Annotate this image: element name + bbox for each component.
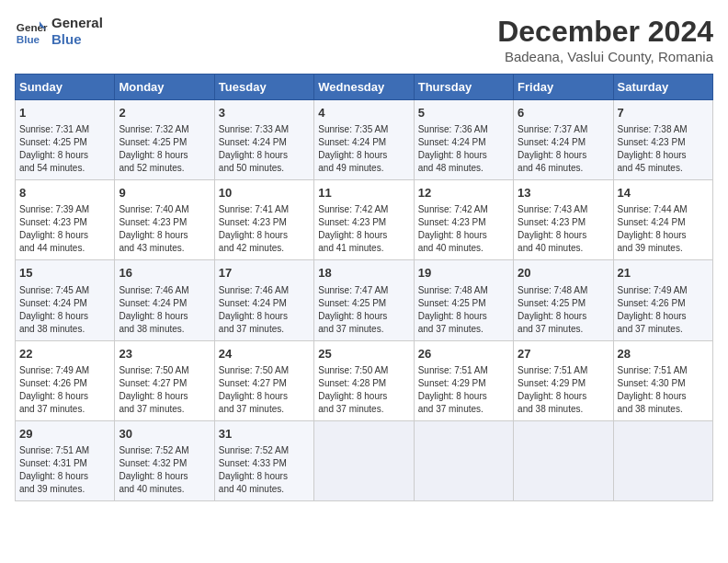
calendar-cell: 4Sunrise: 7:35 AMSunset: 4:24 PMDaylight… bbox=[314, 100, 414, 180]
day-number: 13 bbox=[518, 185, 609, 201]
calendar-cell: 15Sunrise: 7:45 AMSunset: 4:24 PMDayligh… bbox=[16, 260, 115, 340]
calendar-cell: 14Sunrise: 7:44 AMSunset: 4:24 PMDayligh… bbox=[613, 180, 712, 260]
calendar-cell: 6Sunrise: 7:37 AMSunset: 4:24 PMDaylight… bbox=[514, 100, 613, 180]
day-detail: Sunrise: 7:36 AMSunset: 4:24 PMDaylight:… bbox=[418, 123, 509, 175]
day-number: 31 bbox=[219, 426, 310, 442]
day-number: 9 bbox=[119, 185, 210, 201]
day-number: 2 bbox=[119, 105, 210, 121]
calendar-cell: 21Sunrise: 7:49 AMSunset: 4:26 PMDayligh… bbox=[613, 260, 712, 340]
calendar-cell: 11Sunrise: 7:42 AMSunset: 4:23 PMDayligh… bbox=[314, 180, 414, 260]
day-number: 27 bbox=[518, 346, 609, 362]
calendar-cell: 17Sunrise: 7:46 AMSunset: 4:24 PMDayligh… bbox=[214, 260, 313, 340]
calendar-cell: 25Sunrise: 7:50 AMSunset: 4:28 PMDayligh… bbox=[314, 340, 414, 420]
calendar-week-row: 22Sunrise: 7:49 AMSunset: 4:26 PMDayligh… bbox=[16, 340, 713, 420]
logo: General Blue General Blue bbox=[15, 15, 103, 48]
day-number: 18 bbox=[318, 265, 409, 282]
day-detail: Sunrise: 7:33 AMSunset: 4:24 PMDaylight:… bbox=[219, 123, 310, 175]
day-number: 21 bbox=[618, 265, 709, 282]
weekday-header-cell: Monday bbox=[115, 75, 214, 100]
title-area: December 2024 Badeana, Vaslui County, Ro… bbox=[497, 15, 713, 64]
day-detail: Sunrise: 7:37 AMSunset: 4:24 PMDaylight:… bbox=[518, 123, 609, 175]
day-number: 14 bbox=[618, 185, 709, 201]
calendar-cell: 5Sunrise: 7:36 AMSunset: 4:24 PMDaylight… bbox=[414, 100, 513, 180]
day-number: 3 bbox=[219, 105, 310, 121]
day-number: 17 bbox=[219, 265, 310, 282]
day-detail: Sunrise: 7:42 AMSunset: 4:23 PMDaylight:… bbox=[418, 203, 509, 255]
weekday-header-cell: Wednesday bbox=[314, 75, 414, 100]
day-detail: Sunrise: 7:42 AMSunset: 4:23 PMDaylight:… bbox=[318, 203, 409, 255]
day-detail: Sunrise: 7:43 AMSunset: 4:23 PMDaylight:… bbox=[518, 203, 609, 255]
calendar-cell bbox=[613, 420, 712, 500]
day-detail: Sunrise: 7:51 AMSunset: 4:31 PMDaylight:… bbox=[19, 444, 110, 496]
weekday-header-cell: Saturday bbox=[613, 75, 712, 100]
logo-icon: General Blue bbox=[15, 15, 48, 48]
day-number: 4 bbox=[318, 105, 409, 121]
calendar-week-row: 1Sunrise: 7:31 AMSunset: 4:25 PMDaylight… bbox=[16, 100, 713, 180]
calendar-cell: 19Sunrise: 7:48 AMSunset: 4:25 PMDayligh… bbox=[414, 260, 513, 340]
day-detail: Sunrise: 7:46 AMSunset: 4:24 PMDaylight:… bbox=[119, 284, 210, 336]
calendar-cell: 2Sunrise: 7:32 AMSunset: 4:25 PMDaylight… bbox=[115, 100, 214, 180]
day-detail: Sunrise: 7:48 AMSunset: 4:25 PMDaylight:… bbox=[518, 284, 609, 336]
day-detail: Sunrise: 7:50 AMSunset: 4:27 PMDaylight:… bbox=[219, 364, 310, 416]
day-number: 16 bbox=[119, 265, 210, 282]
day-detail: Sunrise: 7:49 AMSunset: 4:26 PMDaylight:… bbox=[19, 364, 110, 416]
day-detail: Sunrise: 7:40 AMSunset: 4:23 PMDaylight:… bbox=[119, 203, 210, 255]
logo-line1: General bbox=[51, 15, 103, 31]
calendar-cell: 12Sunrise: 7:42 AMSunset: 4:23 PMDayligh… bbox=[414, 180, 513, 260]
weekday-header-cell: Tuesday bbox=[214, 75, 313, 100]
calendar-cell: 18Sunrise: 7:47 AMSunset: 4:25 PMDayligh… bbox=[314, 260, 414, 340]
calendar-cell: 31Sunrise: 7:52 AMSunset: 4:33 PMDayligh… bbox=[214, 420, 313, 500]
weekday-header-cell: Thursday bbox=[414, 75, 513, 100]
main-title: December 2024 bbox=[497, 15, 713, 49]
day-detail: Sunrise: 7:39 AMSunset: 4:23 PMDaylight:… bbox=[19, 203, 110, 255]
day-detail: Sunrise: 7:44 AMSunset: 4:24 PMDaylight:… bbox=[618, 203, 709, 255]
day-number: 8 bbox=[19, 185, 110, 201]
subtitle: Badeana, Vaslui County, Romania bbox=[497, 49, 713, 64]
day-number: 23 bbox=[119, 346, 210, 362]
day-detail: Sunrise: 7:51 AMSunset: 4:30 PMDaylight:… bbox=[618, 364, 709, 416]
calendar-cell: 10Sunrise: 7:41 AMSunset: 4:23 PMDayligh… bbox=[214, 180, 313, 260]
weekday-header-cell: Sunday bbox=[16, 75, 115, 100]
day-number: 24 bbox=[219, 346, 310, 362]
calendar-week-row: 8Sunrise: 7:39 AMSunset: 4:23 PMDaylight… bbox=[16, 180, 713, 260]
calendar-cell: 27Sunrise: 7:51 AMSunset: 4:29 PMDayligh… bbox=[514, 340, 613, 420]
calendar-cell: 9Sunrise: 7:40 AMSunset: 4:23 PMDaylight… bbox=[115, 180, 214, 260]
day-number: 15 bbox=[19, 265, 110, 282]
day-detail: Sunrise: 7:35 AMSunset: 4:24 PMDaylight:… bbox=[318, 123, 409, 175]
calendar-cell: 24Sunrise: 7:50 AMSunset: 4:27 PMDayligh… bbox=[214, 340, 313, 420]
weekday-header-row: SundayMondayTuesdayWednesdayThursdayFrid… bbox=[16, 75, 713, 100]
day-number: 11 bbox=[318, 185, 409, 201]
calendar-cell bbox=[414, 420, 513, 500]
calendar-cell: 1Sunrise: 7:31 AMSunset: 4:25 PMDaylight… bbox=[16, 100, 115, 180]
calendar-cell: 16Sunrise: 7:46 AMSunset: 4:24 PMDayligh… bbox=[115, 260, 214, 340]
day-number: 6 bbox=[518, 105, 609, 121]
day-number: 22 bbox=[19, 346, 110, 362]
calendar-cell: 26Sunrise: 7:51 AMSunset: 4:29 PMDayligh… bbox=[414, 340, 513, 420]
calendar-week-row: 29Sunrise: 7:51 AMSunset: 4:31 PMDayligh… bbox=[16, 420, 713, 500]
day-detail: Sunrise: 7:51 AMSunset: 4:29 PMDaylight:… bbox=[518, 364, 609, 416]
day-number: 5 bbox=[418, 105, 509, 121]
calendar-cell bbox=[514, 420, 613, 500]
calendar-cell: 13Sunrise: 7:43 AMSunset: 4:23 PMDayligh… bbox=[514, 180, 613, 260]
day-detail: Sunrise: 7:51 AMSunset: 4:29 PMDaylight:… bbox=[418, 364, 509, 416]
day-detail: Sunrise: 7:38 AMSunset: 4:23 PMDaylight:… bbox=[618, 123, 709, 175]
day-detail: Sunrise: 7:47 AMSunset: 4:25 PMDaylight:… bbox=[318, 284, 409, 336]
day-detail: Sunrise: 7:52 AMSunset: 4:33 PMDaylight:… bbox=[219, 444, 310, 496]
logo-line2: Blue bbox=[51, 31, 103, 48]
calendar-cell: 7Sunrise: 7:38 AMSunset: 4:23 PMDaylight… bbox=[613, 100, 712, 180]
calendar-cell: 30Sunrise: 7:52 AMSunset: 4:32 PMDayligh… bbox=[115, 420, 214, 500]
weekday-header-cell: Friday bbox=[514, 75, 613, 100]
calendar: SundayMondayTuesdayWednesdayThursdayFrid… bbox=[15, 74, 713, 501]
calendar-cell: 29Sunrise: 7:51 AMSunset: 4:31 PMDayligh… bbox=[16, 420, 115, 500]
day-detail: Sunrise: 7:41 AMSunset: 4:23 PMDaylight:… bbox=[219, 203, 310, 255]
day-number: 29 bbox=[19, 426, 110, 442]
calendar-cell: 22Sunrise: 7:49 AMSunset: 4:26 PMDayligh… bbox=[16, 340, 115, 420]
day-detail: Sunrise: 7:32 AMSunset: 4:25 PMDaylight:… bbox=[119, 123, 210, 175]
calendar-cell: 28Sunrise: 7:51 AMSunset: 4:30 PMDayligh… bbox=[613, 340, 712, 420]
day-number: 1 bbox=[19, 105, 110, 121]
logo-text: General Blue bbox=[51, 15, 103, 48]
header: General Blue General Blue December 2024 … bbox=[15, 15, 713, 64]
calendar-cell: 8Sunrise: 7:39 AMSunset: 4:23 PMDaylight… bbox=[16, 180, 115, 260]
calendar-cell: 20Sunrise: 7:48 AMSunset: 4:25 PMDayligh… bbox=[514, 260, 613, 340]
day-number: 26 bbox=[418, 346, 509, 362]
